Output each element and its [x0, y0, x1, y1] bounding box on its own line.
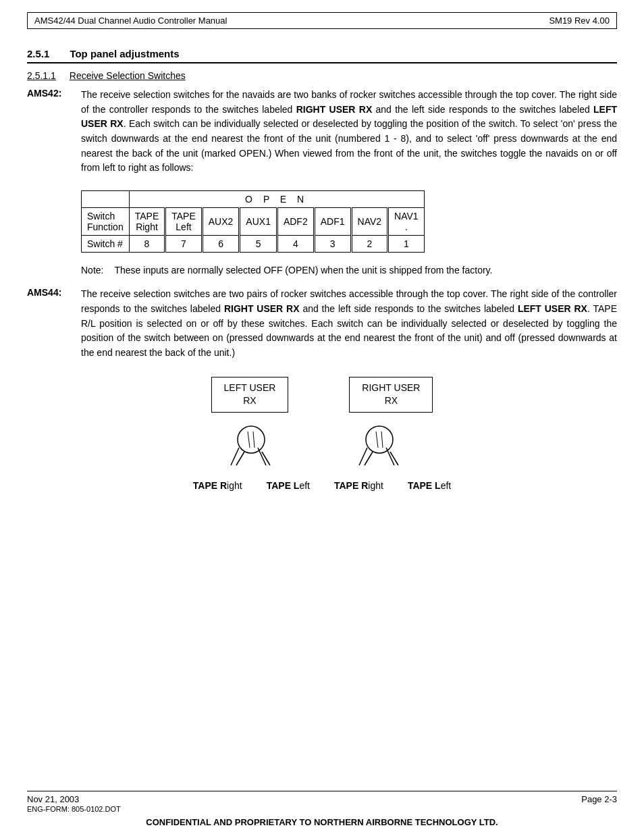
switch-num-4: 4 — [277, 236, 314, 253]
diagram-area: LEFT USER RX RIGHT USER RX — [27, 377, 617, 491]
right-rocker-switch-diagram — [352, 418, 420, 472]
subsection-title: Receive Selection Switches — [70, 70, 186, 81]
rx-boxes: LEFT USER RX RIGHT USER RX — [211, 377, 433, 413]
svg-line-8 — [376, 432, 378, 448]
right-user-rx-line1: RIGHT USER — [362, 382, 420, 393]
col-tape-right: TAPERight — [129, 208, 165, 236]
main-content: 2.5.1 Top panel adjustments 2.5.1.1 Rece… — [0, 29, 644, 791]
switch-num-5: 5 — [240, 236, 277, 253]
section-number: 2.5.1 — [27, 48, 49, 59]
switch-num-6: 6 — [202, 236, 240, 253]
ams42-label: AMS42: — [27, 88, 81, 180]
left-rocker-switch-diagram — [224, 418, 292, 472]
col-adf2: ADF2 — [277, 208, 314, 236]
note-text: These inputs are normally selected OFF (… — [114, 263, 492, 278]
svg-line-11 — [365, 452, 373, 465]
doc-revision: SM19 Rev 4.00 — [549, 16, 610, 26]
table-row-open: O P E N — [82, 191, 425, 208]
footer-form: ENG-FORM: 805-0102.DOT — [27, 805, 121, 813]
footer-page: Page 2-3 — [581, 794, 617, 804]
col-aux2: AUX2 — [202, 208, 240, 236]
empty-cell — [82, 191, 130, 208]
table-row-numbers: Switch # 8 7 6 5 4 3 2 1 — [82, 236, 425, 253]
col-aux1: AUX1 — [240, 208, 277, 236]
svg-line-1 — [248, 432, 250, 448]
switch-number-label: Switch # — [82, 236, 130, 253]
subsection-number: 2.5.1.1 — [27, 70, 56, 81]
switch-num-7: 7 — [165, 236, 203, 253]
note-label: Note: — [81, 263, 103, 278]
col-nav1: NAV1. — [388, 208, 425, 236]
ams44-label: AMS44: — [27, 287, 81, 364]
svg-line-4 — [236, 452, 244, 465]
right-user-rx-box: RIGHT USER RX — [349, 377, 433, 413]
switches-row — [224, 418, 420, 472]
doc-footer: Nov 21, 2003 ENG-FORM: 805-0102.DOT Page… — [27, 791, 617, 814]
left-user-rx-box: LEFT USER RX — [211, 377, 289, 413]
switch-table-wrap: O P E N SwitchFunction TAPERight TAPELef… — [81, 190, 617, 253]
doc-header: AMS42/44 Dual Channel Audio Controller M… — [27, 12, 617, 29]
ams44-text: The receive selection switches are two p… — [81, 287, 617, 364]
doc-title: AMS42/44 Dual Channel Audio Controller M… — [34, 16, 227, 26]
section-title: Top panel adjustments — [70, 48, 179, 59]
note-block: Note: These inputs are normally selected… — [81, 263, 617, 278]
table-row-function: SwitchFunction TAPERight TAPELeft AUX2 A… — [82, 208, 425, 236]
switch-function-label: SwitchFunction — [82, 208, 130, 236]
open-label: O P E N — [129, 191, 424, 208]
col-adf1: ADF1 — [314, 208, 351, 236]
switch-table: O P E N SwitchFunction TAPERight TAPELef… — [81, 190, 425, 253]
col-tape-left: TAPELeft — [165, 208, 203, 236]
tape-label-3: TAPE Right — [334, 480, 383, 491]
svg-point-0 — [238, 426, 265, 453]
left-user-rx-line2: RX — [243, 395, 256, 406]
tape-label-1: TAPE Right — [193, 480, 242, 491]
col-nav2: NAV2 — [351, 208, 388, 236]
confidential-notice: CONFIDENTIAL AND PROPRIETARY TO NORTHERN… — [27, 817, 617, 827]
ams42-paragraph: AMS42: The receive selection switches fo… — [27, 88, 617, 180]
footer-left: Nov 21, 2003 ENG-FORM: 805-0102.DOT — [27, 794, 121, 813]
right-user-rx-line2: RX — [385, 395, 398, 406]
svg-line-2 — [253, 432, 254, 448]
switch-num-3: 3 — [314, 236, 351, 253]
svg-line-9 — [381, 432, 383, 448]
tape-label-2: TAPE Left — [267, 480, 310, 491]
svg-point-7 — [366, 426, 393, 453]
tape-label-4: TAPE Left — [408, 480, 451, 491]
tape-labels-row: TAPE Right TAPE Left TAPE Right TAPE Lef… — [193, 480, 451, 491]
ams44-paragraph: AMS44: The receive selection switches ar… — [27, 287, 617, 364]
section-heading: 2.5.1 Top panel adjustments — [27, 48, 617, 63]
left-user-rx-line1: LEFT USER — [224, 382, 276, 393]
ams42-text: The receive selection switches for the n… — [81, 88, 617, 180]
page: AMS42/44 Dual Channel Audio Controller M… — [0, 0, 644, 834]
switch-num-1: 1 — [388, 236, 425, 253]
switch-num-2: 2 — [351, 236, 388, 253]
subsection-heading: 2.5.1.1 Receive Selection Switches — [27, 70, 617, 81]
switch-num-8: 8 — [129, 236, 165, 253]
footer-date: Nov 21, 2003 — [27, 794, 121, 804]
